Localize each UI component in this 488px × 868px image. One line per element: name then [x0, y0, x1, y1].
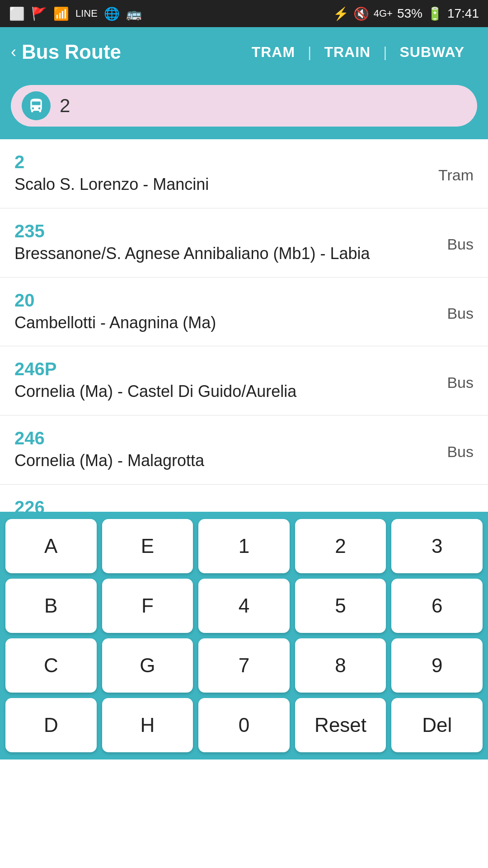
flag-icon: 🚩: [31, 6, 47, 21]
route-number: 246: [14, 428, 447, 448]
key-a[interactable]: A: [5, 519, 97, 573]
route-name: Cambellotti - Anagnina (Ma): [14, 312, 447, 334]
key-4[interactable]: 4: [198, 579, 290, 633]
route-name: Scalo S. Lorenzo - Mancini: [14, 174, 438, 195]
key-1[interactable]: 1: [198, 519, 290, 573]
battery-percent: 53%: [397, 6, 422, 21]
key-d[interactable]: D: [5, 698, 97, 752]
key-e[interactable]: E: [102, 519, 193, 573]
tram-nav-button[interactable]: TRAM: [239, 44, 308, 61]
key-g[interactable]: G: [102, 638, 193, 693]
search-bar: 2: [0, 77, 488, 139]
key-h[interactable]: H: [102, 698, 193, 752]
search-input-wrapper[interactable]: 2: [11, 85, 477, 127]
key-6[interactable]: 6: [391, 579, 483, 633]
partial-list-item: 226: [0, 485, 488, 512]
nav-divider-1: |: [308, 44, 311, 61]
search-bus-icon: [22, 91, 51, 120]
route-type: Bus: [447, 374, 474, 392]
route-name: Bressanone/S. Agnese Annibaliano (Mb1) -…: [14, 243, 447, 264]
key-reset[interactable]: Reset: [295, 698, 386, 752]
key-9[interactable]: 9: [391, 638, 483, 693]
route-item-left: 20 Cambellotti - Anagnina (Ma): [14, 290, 447, 334]
route-type: Bus: [447, 443, 474, 461]
route-name: Cornelia (Ma) - Malagrotta: [14, 450, 447, 472]
keyboard: AE123BF456CG789DH0ResetDel: [0, 512, 488, 760]
route-type: Bus: [447, 236, 474, 253]
nav-divider-2: |: [383, 44, 387, 61]
key-b[interactable]: B: [5, 579, 97, 633]
keyboard-row-2: CG789: [5, 638, 483, 693]
wifi-icon: 📶: [53, 6, 69, 21]
key-0[interactable]: 0: [198, 698, 290, 752]
list-item[interactable]: 2 Scalo S. Lorenzo - Mancini Tram: [0, 139, 488, 208]
key-3[interactable]: 3: [391, 519, 483, 573]
screen-icon: ⬜: [9, 6, 25, 21]
line-icon: LINE: [75, 8, 98, 19]
key-7[interactable]: 7: [198, 638, 290, 693]
page-title: Bus Route: [22, 41, 239, 63]
browser-icon: 🌐: [104, 6, 120, 21]
key-del[interactable]: Del: [391, 698, 483, 752]
list-item[interactable]: 235 Bressanone/S. Agnese Annibaliano (Mb…: [0, 208, 488, 278]
header-nav: TRAM | TRAIN | SUBWAY: [239, 44, 477, 61]
status-icons: ⬜ 🚩 📶 LINE 🌐 🚌: [9, 6, 142, 21]
key-2[interactable]: 2: [295, 519, 386, 573]
time: 17:41: [447, 6, 479, 21]
bus-status-icon: 🚌: [126, 6, 142, 21]
list-item[interactable]: 20 Cambellotti - Anagnina (Ma) Bus: [0, 278, 488, 347]
route-number: 20: [14, 290, 447, 311]
battery-icon: 🔋: [427, 6, 443, 21]
subway-nav-button[interactable]: SUBWAY: [387, 44, 477, 61]
route-item-left: 246 Cornelia (Ma) - Malagrotta: [14, 428, 447, 472]
train-nav-button[interactable]: TRAIN: [311, 44, 383, 61]
signal-icon: 4G+: [374, 8, 393, 19]
partial-route-number: 226: [14, 497, 474, 512]
keyboard-row-0: AE123: [5, 519, 483, 573]
keyboard-row-3: DH0ResetDel: [5, 698, 483, 752]
route-number: 235: [14, 221, 447, 241]
list-item[interactable]: 246P Cornelia (Ma) - Castel Di Guido/Aur…: [0, 346, 488, 415]
route-type: Bus: [447, 305, 474, 322]
key-c[interactable]: C: [5, 638, 97, 693]
route-name: Cornelia (Ma) - Castel Di Guido/Aurelia: [14, 381, 447, 402]
key-f[interactable]: F: [102, 579, 193, 633]
mute-icon: 🔇: [353, 6, 369, 21]
route-item-left: 246P Cornelia (Ma) - Castel Di Guido/Aur…: [14, 359, 447, 402]
search-value: 2: [60, 95, 70, 117]
route-item-left: 2 Scalo S. Lorenzo - Mancini: [14, 152, 438, 195]
status-right: ⚡ 🔇 4G+ 53% 🔋 17:41: [333, 6, 479, 21]
key-5[interactable]: 5: [295, 579, 386, 633]
list-item[interactable]: 246 Cornelia (Ma) - Malagrotta Bus: [0, 415, 488, 485]
route-type: Tram: [438, 166, 474, 184]
back-button[interactable]: ‹: [11, 42, 16, 61]
route-number: 2: [14, 152, 438, 172]
key-8[interactable]: 8: [295, 638, 386, 693]
route-list: 2 Scalo S. Lorenzo - Mancini Tram 235 Br…: [0, 139, 488, 512]
status-bar: ⬜ 🚩 📶 LINE 🌐 🚌 ⚡ 🔇 4G+ 53% 🔋 17:41: [0, 0, 488, 27]
header: ‹ Bus Route TRAM | TRAIN | SUBWAY: [0, 27, 488, 77]
keyboard-row-1: BF456: [5, 579, 483, 633]
route-item-left: 235 Bressanone/S. Agnese Annibaliano (Mb…: [14, 221, 447, 264]
route-number: 246P: [14, 359, 447, 379]
bluetooth-icon: ⚡: [333, 6, 349, 21]
